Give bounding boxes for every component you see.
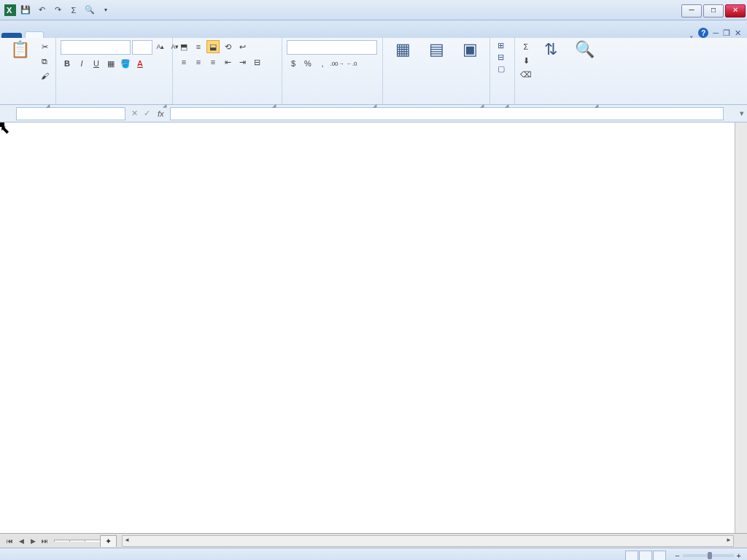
orientation-icon[interactable]: ⟲ — [221, 40, 234, 53]
expand-formula-bar-icon[interactable]: ▾ — [737, 109, 747, 118]
qat-dropdown-icon[interactable]: ▾ — [99, 4, 112, 17]
close-button[interactable]: ✕ — [725, 4, 746, 18]
group-number: $ % , .00→ ←.0 — [282, 38, 383, 104]
workbook-close-icon[interactable]: ✕ — [735, 28, 741, 38]
workbook-restore-icon[interactable]: ❐ — [723, 28, 730, 38]
sheet-nav-last-icon[interactable]: ⏭ — [39, 537, 50, 545]
group-alignment: ⬒ ≡ ⬓ ⟲ ↩ ≡ ≡ ≡ ⇤ ⇥ ⊟ — [173, 38, 282, 104]
decrease-decimal-icon[interactable]: ←.0 — [345, 57, 358, 70]
align-middle-icon[interactable]: ≡ — [192, 40, 205, 53]
maximize-button[interactable]: □ — [703, 4, 724, 18]
clear-button-icon[interactable]: ⌫ — [519, 68, 533, 81]
fill-button-icon[interactable]: ⬇ — [519, 54, 533, 67]
selection-handle[interactable] — [0, 122, 4, 127]
sheet-tab-chart1[interactable] — [54, 540, 70, 542]
insert-cells-button[interactable]: ⊞ — [495, 40, 509, 51]
italic-icon[interactable]: I — [75, 57, 88, 70]
formula-input[interactable] — [170, 107, 724, 120]
group-label-cells — [495, 102, 510, 104]
status-bar: − + — [0, 548, 747, 560]
sheet-nav-prev-icon[interactable]: ◀ — [16, 537, 26, 545]
cancel-formula-icon[interactable]: ✕ — [128, 109, 141, 118]
minimize-ribbon-icon[interactable]: ˬ — [689, 28, 694, 38]
number-format-select[interactable] — [287, 40, 377, 55]
sheet-nav: ⏮ ◀ ▶ ⏭ — [0, 537, 54, 545]
font-color-icon[interactable]: A — [133, 57, 147, 70]
align-left-icon[interactable]: ≡ — [177, 55, 190, 69]
view-page-break-icon[interactable] — [653, 551, 666, 561]
font-size-select[interactable] — [132, 40, 152, 55]
percent-format-icon[interactable]: % — [301, 57, 314, 70]
align-top-icon[interactable]: ⬒ — [177, 40, 190, 53]
print-preview-icon[interactable]: 🔍 — [83, 4, 96, 17]
conditional-formatting-button[interactable]: ▦ — [387, 40, 418, 63]
zoom-slider[interactable] — [683, 554, 734, 557]
delete-icon: ⊟ — [498, 52, 504, 62]
group-styles: ▦ ▤ ▣ — [383, 38, 490, 104]
horizontal-scrollbar[interactable] — [122, 535, 734, 547]
vertical-scrollbar[interactable] — [735, 122, 747, 533]
help-icon[interactable]: ? — [698, 28, 708, 38]
tab-insert[interactable] — [44, 32, 61, 38]
format-cells-button[interactable]: ▢ — [495, 63, 510, 74]
cut-icon[interactable]: ✂ — [38, 40, 51, 53]
border-icon[interactable]: ▦ — [104, 57, 117, 70]
decrease-indent-icon[interactable]: ⇤ — [221, 55, 234, 69]
underline-icon[interactable]: U — [90, 57, 103, 70]
enter-formula-icon[interactable]: ✓ — [141, 109, 153, 118]
tab-formulas[interactable] — [79, 32, 96, 38]
redo-icon[interactable]: ↷ — [51, 4, 64, 17]
align-bottom-icon[interactable]: ⬓ — [206, 40, 220, 53]
undo-icon[interactable]: ↶ — [35, 4, 48, 17]
autosum-icon[interactable]: Σ — [67, 4, 80, 17]
tab-page-layout[interactable] — [61, 32, 79, 38]
tab-file[interactable] — [1, 33, 22, 38]
autosum-button-icon[interactable]: Σ — [519, 40, 533, 53]
comma-format-icon[interactable]: , — [316, 57, 329, 70]
clipboard-icon: 📋 — [10, 42, 30, 61]
increase-font-icon[interactable]: A▴ — [154, 40, 167, 53]
window-controls: ─ □ ✕ — [681, 3, 747, 18]
accounting-format-icon[interactable]: $ — [287, 57, 300, 70]
wrap-text-icon[interactable]: ↩ — [236, 40, 249, 53]
delete-cells-button[interactable]: ⊟ — [495, 52, 509, 63]
sort-filter-button[interactable]: ⇅ — [535, 40, 566, 63]
format-painter-icon[interactable]: 🖌 — [38, 69, 51, 82]
tab-data[interactable] — [96, 32, 114, 38]
zoom-in-icon[interactable]: + — [737, 551, 741, 560]
increase-decimal-icon[interactable]: .00→ — [330, 57, 344, 70]
mouse-cursor-icon: ⬉ — [0, 122, 9, 136]
sheet-nav-next-icon[interactable]: ▶ — [28, 537, 38, 545]
increase-indent-icon[interactable]: ⇥ — [236, 55, 249, 69]
name-box[interactable] — [16, 107, 125, 120]
sheet-nav-first-icon[interactable]: ⏮ — [4, 537, 15, 545]
save-icon[interactable]: 💾 — [19, 4, 32, 17]
find-icon: 🔍 — [575, 42, 595, 61]
find-select-button[interactable]: 🔍 — [569, 40, 600, 63]
grid[interactable]: ⬉ — [0, 122, 735, 533]
fill-color-icon[interactable]: 🪣 — [119, 57, 132, 70]
workbook-minimize-icon[interactable]: ─ — [713, 28, 719, 37]
copy-icon[interactable]: ⧉ — [38, 55, 51, 68]
align-right-icon[interactable]: ≡ — [206, 55, 220, 69]
merge-center-icon[interactable]: ⊟ — [250, 55, 263, 69]
sheet-tab-active[interactable] — [85, 540, 101, 542]
sheet-tab-new-icon[interactable]: ✦ — [100, 535, 117, 547]
cell-styles-button[interactable]: ▣ — [454, 40, 485, 63]
sort-filter-icon: ⇅ — [544, 42, 557, 61]
ribbon: 📋 ✂ ⧉ 🖌 A▴ A▾ B I U ▦ 🪣 A — [0, 38, 747, 105]
format-as-table-button[interactable]: ▤ — [421, 40, 452, 63]
tab-view[interactable] — [131, 32, 149, 38]
tab-home[interactable] — [25, 31, 44, 38]
sheet-tab-chart2[interactable] — [69, 540, 85, 542]
zoom-out-icon[interactable]: − — [675, 551, 679, 560]
paste-button[interactable]: 📋 — [4, 40, 35, 63]
bold-icon[interactable]: B — [61, 57, 74, 70]
tab-review[interactable] — [114, 32, 131, 38]
view-page-layout-icon[interactable] — [639, 551, 652, 561]
align-center-icon[interactable]: ≡ — [192, 55, 205, 69]
view-normal-icon[interactable] — [625, 551, 638, 561]
minimize-button[interactable]: ─ — [681, 4, 702, 18]
font-name-select[interactable] — [61, 40, 131, 55]
insert-function-icon[interactable]: fx — [153, 109, 169, 118]
